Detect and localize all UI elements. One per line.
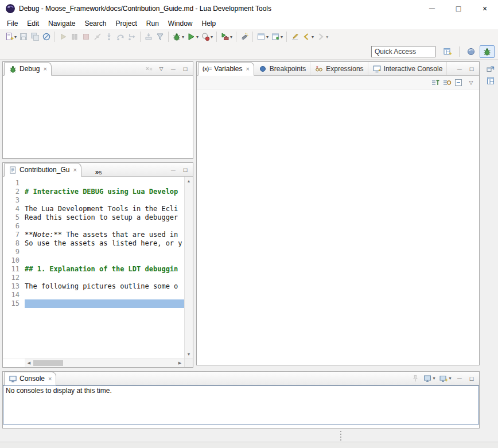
external-tools-button[interactable]: ▾ [219, 30, 234, 43]
variables-view-content[interactable] [197, 89, 479, 365]
window-close-button[interactable]: × [472, 0, 498, 17]
tab-variables[interactable]: (x)=Variables× [198, 62, 254, 76]
menu-search[interactable]: Search [80, 18, 111, 29]
run-history-button[interactable]: ▾ [185, 30, 200, 43]
variables-minimize-button[interactable]: ─ [454, 63, 465, 75]
code-line-8[interactable]: So use the assets as listed here, or y [25, 239, 184, 248]
dropdown-arrow-icon[interactable]: ▾ [266, 34, 269, 40]
scroll-left-icon[interactable]: ◀ [25, 359, 33, 368]
code-line-13[interactable]: The following pictures outline some o [25, 282, 184, 291]
gutter-line-6[interactable]: 6 [3, 222, 20, 231]
disconnect-button[interactable] [92, 30, 103, 43]
gutter-line-9[interactable]: 9 [3, 248, 20, 256]
gutter-line-4[interactable]: 4 [3, 205, 20, 213]
pin-console-button[interactable] [410, 373, 421, 384]
step-into-button[interactable] [103, 30, 115, 43]
save-all-button[interactable] [29, 30, 41, 43]
hidden-editors-chevron[interactable]: » 5 [93, 163, 104, 176]
tab-editor-contribution-guide[interactable]: Contribution_Gu × [4, 163, 81, 177]
close-tab-icon[interactable]: × [246, 65, 249, 72]
gutter-line-8[interactable]: 8 [3, 239, 20, 248]
code-line-10[interactable] [25, 256, 184, 265]
gutter-line-13[interactable]: 13 [3, 282, 20, 291]
close-tab-icon[interactable]: × [48, 375, 52, 382]
save-button[interactable] [18, 30, 29, 43]
gutter-line-10[interactable]: 10 [3, 256, 20, 265]
variables-maximize-button[interactable]: □ [466, 63, 477, 75]
menu-window[interactable]: Window [164, 18, 197, 29]
scroll-right-icon[interactable]: ▶ [176, 359, 184, 368]
scrollbar-thumb[interactable] [33, 360, 63, 366]
dropdown-arrow-icon[interactable]: ▾ [281, 34, 283, 40]
resume-button[interactable] [57, 30, 69, 43]
code-line-3[interactable] [25, 196, 184, 205]
gutter-line-14[interactable]: 14 [3, 291, 20, 299]
open-element-button[interactable]: ▾ [255, 30, 270, 43]
search-button[interactable] [239, 30, 250, 43]
scroll-down-icon[interactable]: ▼ [185, 350, 193, 359]
lua-perspective-button[interactable] [464, 45, 478, 58]
editor-maximize-button[interactable]: □ [180, 164, 191, 176]
code-line-4[interactable]: The Lua Development Tools in the Ecli [25, 205, 184, 213]
show-logical-structure-button[interactable] [441, 77, 453, 88]
debug-perspective-button[interactable] [480, 45, 495, 58]
close-tab-icon[interactable]: × [73, 166, 76, 173]
restore-minimized-view-button[interactable] [484, 63, 497, 74]
use-step-filters-button[interactable] [154, 30, 166, 43]
code-line-5[interactable]: Read this section to setup a debugger [25, 213, 184, 222]
console-output[interactable]: No consoles to display at this time. [3, 385, 479, 424]
tab-interactive-console[interactable]: Interactive Console [368, 62, 448, 75]
variables-view-menu-button[interactable]: ▽ [465, 77, 477, 88]
statusbar-grip[interactable] [339, 431, 343, 441]
editor-content[interactable]: # Interactive DEBUG using Lua DevelopThe… [25, 177, 184, 359]
gutter-line-1[interactable]: 1 [3, 179, 20, 188]
console-maximize-button[interactable]: □ [466, 373, 477, 384]
code-line-12[interactable] [25, 274, 184, 282]
tab-expressions[interactable]: Expressions [310, 62, 368, 75]
menu-navigate[interactable]: Navigate [44, 18, 80, 29]
gutter-line-7[interactable]: 7 [3, 231, 20, 239]
close-tab-icon[interactable]: × [43, 65, 46, 72]
gutter-line-3[interactable]: 3 [3, 196, 20, 205]
step-over-button[interactable] [115, 30, 126, 43]
profile-history-button[interactable]: ▾ [200, 30, 214, 43]
dropdown-arrow-icon[interactable]: ▾ [312, 34, 314, 40]
code-line-11[interactable]: ## 1. Explanation of the LDT debuggin [25, 265, 184, 274]
dropdown-arrow-icon[interactable]: ▾ [230, 34, 232, 40]
console-minimize-button[interactable]: ─ [454, 373, 465, 384]
debug-minimize-button[interactable]: ─ [168, 63, 179, 75]
code-line-2[interactable]: # Interactive DEBUG using Lua Develop [25, 188, 184, 196]
tab-debug[interactable]: Debug × [4, 62, 52, 76]
last-edit-location-button[interactable] [289, 30, 301, 43]
gutter-line-12[interactable]: 12 [3, 274, 20, 282]
tab-console[interactable]: Console × [4, 372, 56, 385]
dropdown-arrow-icon[interactable]: ▾ [182, 34, 184, 40]
window-maximize-button[interactable]: □ [445, 0, 472, 17]
tab-breakpoints[interactable]: Breakpoints [254, 62, 310, 75]
dropdown-arrow-icon[interactable]: ▾ [211, 34, 213, 40]
dropdown-arrow-icon[interactable]: ▾ [433, 376, 435, 381]
menu-run[interactable]: Run [142, 18, 164, 29]
show-type-names-button[interactable] [430, 77, 441, 88]
gutter-line-11[interactable]: 11 [3, 265, 20, 274]
suspend-button[interactable] [69, 30, 80, 43]
quick-access-input[interactable]: Quick Access [371, 46, 435, 57]
back-history-button[interactable]: ▾ [301, 30, 315, 43]
remove-all-terminated-button[interactable] [143, 63, 155, 75]
dropdown-arrow-icon[interactable]: ▾ [449, 376, 451, 381]
dropdown-arrow-icon[interactable]: ▾ [196, 34, 199, 40]
editor-minimize-button[interactable]: ─ [168, 164, 179, 176]
step-return-button[interactable] [126, 30, 138, 43]
skip-all-breakpoints-button[interactable] [41, 30, 52, 43]
code-line-14[interactable] [25, 291, 184, 299]
debug-view-menu-button[interactable]: ▽ [155, 63, 167, 75]
scroll-up-icon[interactable]: ▲ [185, 177, 193, 185]
code-line-1[interactable] [25, 179, 184, 188]
minimized-view-grid-button[interactable] [484, 75, 497, 87]
code-line-9[interactable] [25, 248, 184, 256]
collapse-all-button[interactable] [453, 77, 464, 88]
debug-history-button[interactable]: ▾ [171, 30, 185, 43]
new-wizard-button[interactable]: ▾ [3, 30, 18, 43]
code-line-7[interactable]: **Note:** The assets that are used in [25, 231, 184, 239]
menu-project[interactable]: Project [111, 18, 141, 29]
